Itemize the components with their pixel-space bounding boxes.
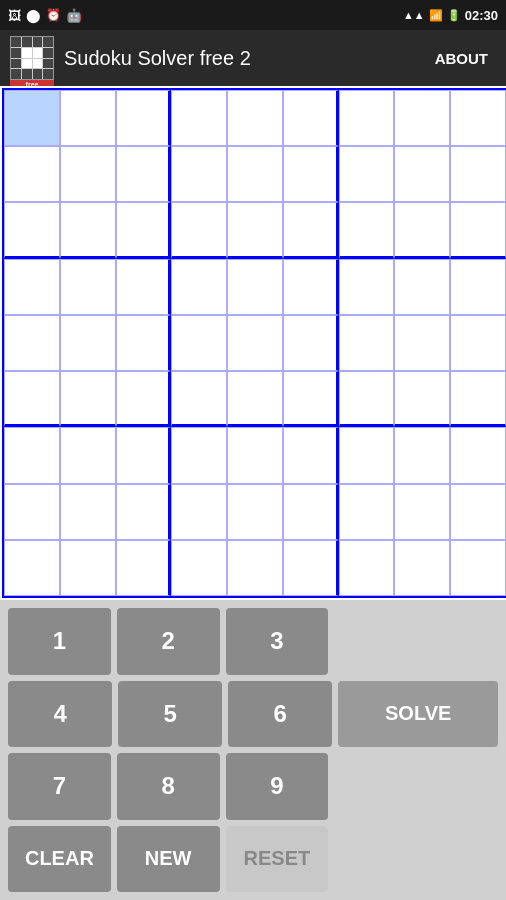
cell-6-1[interactable] [60,427,116,483]
cell-8-6[interactable] [339,540,395,596]
cell-0-2[interactable] [116,90,172,146]
cell-4-7[interactable] [394,315,450,371]
cell-2-5[interactable] [283,202,339,258]
cell-8-3[interactable] [171,540,227,596]
cell-2-6[interactable] [339,202,395,258]
cell-5-4[interactable] [227,371,283,427]
cell-5-7[interactable] [394,371,450,427]
cell-0-3[interactable] [171,90,227,146]
cell-1-2[interactable] [116,146,172,202]
cell-6-3[interactable] [171,427,227,483]
cell-7-1[interactable] [60,484,116,540]
cell-4-0[interactable] [4,315,60,371]
cell-6-5[interactable] [283,427,339,483]
cell-2-3[interactable] [171,202,227,258]
cell-4-5[interactable] [283,315,339,371]
cell-4-6[interactable] [339,315,395,371]
cell-3-4[interactable] [227,259,283,315]
new-button[interactable]: NEW [117,826,220,893]
cell-7-8[interactable] [450,484,506,540]
key-9-button[interactable]: 9 [226,753,329,820]
cell-3-2[interactable] [116,259,172,315]
cell-7-3[interactable] [171,484,227,540]
cell-6-0[interactable] [4,427,60,483]
cell-2-0[interactable] [4,202,60,258]
cell-8-0[interactable] [4,540,60,596]
cell-8-4[interactable] [227,540,283,596]
battery-icon: 🔋 [447,9,461,22]
cell-7-0[interactable] [4,484,60,540]
reset-button[interactable]: RESET [226,826,329,893]
cell-8-2[interactable] [116,540,172,596]
cell-2-4[interactable] [227,202,283,258]
cell-6-2[interactable] [116,427,172,483]
cell-6-4[interactable] [227,427,283,483]
cell-1-3[interactable] [171,146,227,202]
cell-3-8[interactable] [450,259,506,315]
cell-3-6[interactable] [339,259,395,315]
cell-5-6[interactable] [339,371,395,427]
key-1-button[interactable]: 1 [8,608,111,675]
signal-icon: 📶 [429,9,443,22]
cell-2-7[interactable] [394,202,450,258]
cell-3-1[interactable] [60,259,116,315]
cell-7-2[interactable] [116,484,172,540]
solve-button[interactable]: SOLVE [338,681,498,748]
cell-5-3[interactable] [171,371,227,427]
cell-6-6[interactable] [339,427,395,483]
cell-6-8[interactable] [450,427,506,483]
cell-4-1[interactable] [60,315,116,371]
cell-7-6[interactable] [339,484,395,540]
cell-5-0[interactable] [4,371,60,427]
cell-8-1[interactable] [60,540,116,596]
key-5-button[interactable]: 5 [118,681,222,748]
cell-1-6[interactable] [339,146,395,202]
cell-2-2[interactable] [116,202,172,258]
action-row: CLEAR NEW RESET [8,826,498,893]
key-2-button[interactable]: 2 [117,608,220,675]
cell-6-7[interactable] [394,427,450,483]
cell-1-4[interactable] [227,146,283,202]
cell-8-8[interactable] [450,540,506,596]
cell-3-7[interactable] [394,259,450,315]
cell-5-2[interactable] [116,371,172,427]
cell-3-3[interactable] [171,259,227,315]
cell-1-5[interactable] [283,146,339,202]
cell-4-2[interactable] [116,315,172,371]
cell-1-0[interactable] [4,146,60,202]
status-left: 🖼 ⬤ ⏰ 🤖 [8,8,82,23]
cell-0-6[interactable] [339,90,395,146]
key-7-button[interactable]: 7 [8,753,111,820]
cell-4-4[interactable] [227,315,283,371]
cell-2-8[interactable] [450,202,506,258]
key-3-button[interactable]: 3 [226,608,329,675]
clear-button[interactable]: CLEAR [8,826,111,893]
cell-5-5[interactable] [283,371,339,427]
cell-7-4[interactable] [227,484,283,540]
cell-5-8[interactable] [450,371,506,427]
key-8-button[interactable]: 8 [117,753,220,820]
key-4-button[interactable]: 4 [8,681,112,748]
cell-1-7[interactable] [394,146,450,202]
cell-0-1[interactable] [60,90,116,146]
cell-8-7[interactable] [394,540,450,596]
cell-0-5[interactable] [283,90,339,146]
cell-0-8[interactable] [450,90,506,146]
status-bar: 🖼 ⬤ ⏰ 🤖 ▲▲ 📶 🔋 02:30 [0,0,506,30]
cell-7-5[interactable] [283,484,339,540]
cell-3-5[interactable] [283,259,339,315]
key-6-button[interactable]: 6 [228,681,332,748]
cell-0-4[interactable] [227,90,283,146]
cell-4-8[interactable] [450,315,506,371]
cell-7-7[interactable] [394,484,450,540]
cell-4-3[interactable] [171,315,227,371]
cell-3-0[interactable] [4,259,60,315]
cell-0-7[interactable] [394,90,450,146]
cell-8-5[interactable] [283,540,339,596]
cell-2-1[interactable] [60,202,116,258]
about-button[interactable]: ABOUT [427,42,496,75]
cell-5-1[interactable] [60,371,116,427]
cell-1-1[interactable] [60,146,116,202]
cell-0-0[interactable] [4,90,60,146]
cell-1-8[interactable] [450,146,506,202]
